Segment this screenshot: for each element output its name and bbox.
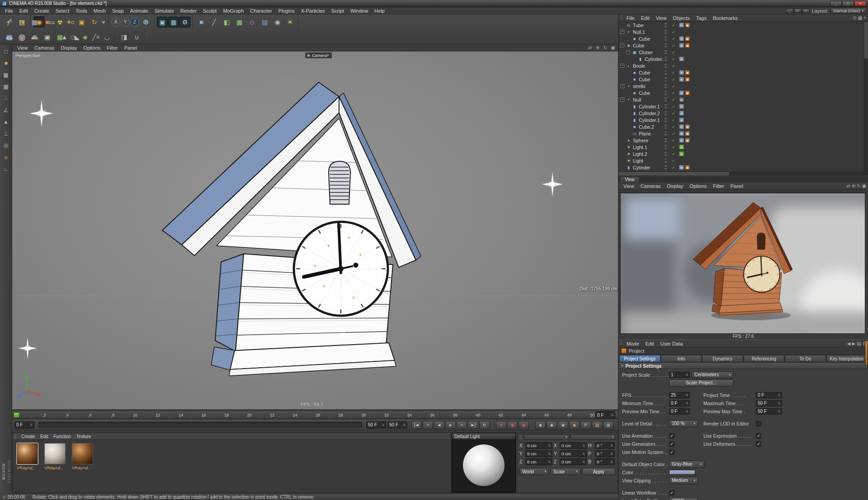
axis-mode-icon[interactable]: ⊥ [1,129,11,139]
menu-item[interactable]: Sculpt [200,8,220,14]
apply-button[interactable]: Apply [582,468,615,475]
object-row[interactable]: ☀ Light [618,157,864,164]
tag-icon[interactable]: ▦ [685,70,690,75]
zoom-view-icon[interactable]: ⊕ [594,45,601,50]
render-picture-viewer-icon[interactable]: ▦ [168,17,179,28]
object-row[interactable]: ■ Cube ●▦ [618,89,864,96]
rotation-field[interactable]: 0 ° [595,442,615,449]
panel-grip[interactable] [519,435,522,439]
menu-item[interactable]: MoGraph [220,8,247,14]
autokey-button[interactable]: ◉ [507,421,518,429]
default-light-icon[interactable]: ○ [66,16,79,28]
minimum-time-field[interactable]: 0 F [669,400,690,407]
tag-icon[interactable]: ▦ [685,77,690,82]
expand-toggle[interactable] [620,84,624,88]
tag-icon[interactable]: ● [679,43,684,48]
position-field[interactable]: 0 cm [525,442,552,449]
enable-check[interactable] [672,165,678,170]
visibility-dots[interactable] [664,49,668,55]
tag-icon[interactable]: ● [679,23,684,28]
enable-check[interactable] [672,57,678,61]
tag-icon[interactable]: ● [679,124,684,129]
snapshot-icon[interactable]: ▤ [857,341,861,346]
menu-item[interactable]: Render [177,8,200,14]
material-menu-item[interactable]: Function [51,434,73,439]
level-of-detail-select[interactable]: 100 % [669,420,698,427]
visibility-dots[interactable] [664,110,668,116]
attribute-tab[interactable]: Info [661,355,702,362]
viewport-menu-item[interactable]: Options [80,45,104,51]
enable-check[interactable] [672,104,678,109]
tag-icon[interactable]: ▦ [685,43,690,48]
enable-check[interactable] [672,91,678,95]
record-scale-icon[interactable]: ◆ [547,421,557,429]
panel-grip[interactable] [620,16,623,20]
add-light-icon[interactable]: ☀ [284,16,296,28]
visibility-dots[interactable] [664,144,668,150]
record-button[interactable]: ● [496,421,506,429]
history-back-icon[interactable]: ◀ [847,341,851,346]
visibility-dots[interactable] [664,76,668,82]
visibility-dots[interactable] [664,42,668,48]
mirror-tool-icon[interactable]: ◨ [118,31,130,43]
rotation-field[interactable]: 0 ° [595,458,615,465]
snap-icon[interactable]: ∪ [1,152,11,162]
material-preview[interactable] [72,443,93,464]
ffd-deformer-icon[interactable]: ▦ [54,31,66,43]
object-row[interactable]: ☀ Light.2 ● [618,150,864,157]
add-spline-icon[interactable]: ╱ [208,16,220,28]
material-menu-item[interactable]: Texture [74,434,94,439]
material-preview[interactable] [44,443,66,464]
lock-z-axis-icon[interactable]: Z [130,18,139,27]
menu-item[interactable]: X-Particles [298,8,328,14]
object-row[interactable]: ■ Cube.2 ●▦ [618,123,864,130]
wind-deformer-icon[interactable]: ≡ [92,31,104,43]
record-parameter-icon[interactable]: ◆ [569,421,580,429]
position-field[interactable]: 0 cm [525,450,552,457]
preview-end-field[interactable]: 50 F [387,421,407,429]
material-preview[interactable] [17,443,38,464]
object-row[interactable]: ■ Cube ●▦ [618,76,864,83]
enable-check[interactable] [672,138,678,143]
viewport-menu-item[interactable]: View [14,45,31,51]
attribute-tab[interactable]: Key Interpolation [826,355,868,362]
view-label[interactable]: Perspective [15,53,40,58]
visibility-dots[interactable] [664,22,668,28]
menu-item[interactable]: Character [247,8,275,14]
size-mode-select[interactable]: Scale [551,468,580,475]
render-view-icon[interactable]: ▣ [157,17,168,28]
attribute-tab[interactable]: To Do [785,355,826,362]
linear-workflow-checkbox[interactable] [669,490,675,495]
enable-check[interactable] [672,111,678,116]
visibility-dots[interactable] [664,70,668,75]
object-row[interactable]: ◐ Boole [618,62,864,69]
project-time-field[interactable]: 0 F [756,392,782,398]
expand-toggle[interactable] [620,30,624,34]
size-column-menu[interactable] [571,435,616,440]
object-row[interactable]: ■ Cube ●▦ [618,42,864,49]
goto-end-button[interactable]: ►| [468,421,478,429]
object-manager-menu-item[interactable]: Edit [638,15,653,21]
object-row[interactable]: ● Sphere ●▦ [618,137,864,144]
tag-icon[interactable]: ● [679,104,684,109]
enable-check[interactable] [672,118,678,122]
tag-icon[interactable]: ▦ [685,131,690,136]
use-deformers-checkbox[interactable] [756,441,761,447]
add-layer-icon[interactable]: + [863,15,866,20]
project-scale-unit-select[interactable]: Centimeters [692,371,733,379]
enable-check[interactable] [672,84,678,89]
render-lod-checkbox[interactable] [756,421,761,426]
render-view-menu-item[interactable]: View [620,183,637,189]
expand-toggle[interactable] [620,43,624,47]
enable-check[interactable] [672,37,678,41]
history-forward-icon[interactable]: ▶ [852,341,855,346]
color-swatch[interactable] [669,470,695,475]
doc-minimize-button[interactable]: _ [786,9,793,13]
size-field[interactable]: 0 cm [560,450,587,457]
light-sparkle-3[interactable] [542,172,563,196]
viewport-solo-icon[interactable]: ◎ [1,140,11,150]
next-frame-button[interactable]: » [457,421,467,429]
object-manager-menu-item[interactable]: Tags [693,15,710,21]
object-manager-menu-item[interactable]: File [623,15,638,21]
add-array-icon[interactable]: ▦ [233,16,245,28]
